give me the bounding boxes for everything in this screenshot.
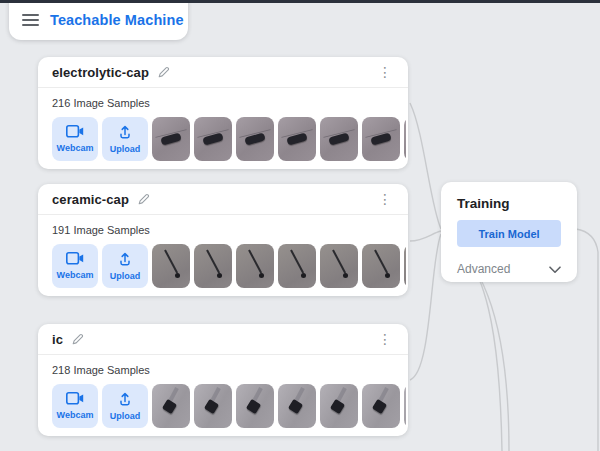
webcam-button-label: Webcam: [57, 270, 94, 280]
class-name-label: ic: [52, 332, 63, 347]
sample-thumbnail[interactable]: [152, 117, 190, 161]
training-panel-title: Training: [457, 196, 561, 211]
advanced-toggle[interactable]: Advanced: [457, 260, 561, 278]
sample-thumbnail[interactable]: [362, 244, 400, 288]
video-camera-icon: [66, 392, 84, 408]
webcam-button-label: Webcam: [57, 143, 94, 153]
pencil-edit-icon[interactable]: [157, 66, 170, 79]
video-camera-icon: [66, 252, 84, 268]
upload-button[interactable]: Upload: [102, 244, 148, 288]
sample-thumbnail-gallery[interactable]: [152, 117, 406, 161]
class-name-label: ceramic-cap: [52, 192, 129, 207]
sample-thumbnail[interactable]: [404, 384, 406, 428]
class-card-body: 216 Image Samples Webcam Upload: [38, 88, 408, 161]
kebab-menu-icon[interactable]: ⋮: [374, 190, 396, 208]
train-model-button[interactable]: Train Model: [457, 220, 561, 247]
pencil-edit-icon[interactable]: [71, 333, 84, 346]
sample-count-label: 216 Image Samples: [52, 97, 408, 109]
sample-count-label: 191 Image Samples: [52, 224, 408, 236]
app-title: Teachable Machine: [50, 12, 184, 28]
app-header: Teachable Machine: [9, 0, 188, 40]
video-camera-icon: [66, 125, 84, 141]
sample-thumbnail-gallery[interactable]: [152, 244, 406, 288]
sample-thumbnail[interactable]: [320, 384, 358, 428]
class-name-label: electrolytic-cap: [52, 65, 149, 80]
class-card-header: electrolytic-cap ⋮: [38, 57, 408, 88]
upload-button-label: Upload: [110, 411, 141, 421]
sample-thumbnail[interactable]: [362, 117, 400, 161]
sample-thumbnail[interactable]: [152, 244, 190, 288]
upload-arrow-icon: [118, 252, 132, 269]
sample-thumbnail[interactable]: [194, 244, 232, 288]
upload-arrow-icon: [118, 392, 132, 409]
sample-thumbnail-gallery[interactable]: [152, 384, 406, 428]
kebab-menu-icon[interactable]: ⋮: [374, 330, 396, 348]
webcam-button[interactable]: Webcam: [52, 244, 98, 288]
class-card-ceramic-cap: ceramic-cap ⋮ 191 Image Samples Webcam U…: [38, 184, 408, 296]
sample-thumbnail[interactable]: [404, 117, 406, 161]
chevron-down-icon: [549, 260, 561, 278]
upload-button-label: Upload: [110, 144, 141, 154]
upload-button[interactable]: Upload: [102, 117, 148, 161]
advanced-label: Advanced: [457, 262, 510, 276]
class-card-header: ic ⋮: [38, 324, 408, 355]
class-card-electrolytic-cap: electrolytic-cap ⋮ 216 Image Samples Web…: [38, 57, 408, 169]
upload-button[interactable]: Upload: [102, 384, 148, 428]
training-panel: Training Train Model Advanced: [441, 182, 577, 282]
sample-thumbnail[interactable]: [194, 384, 232, 428]
upload-arrow-icon: [118, 125, 132, 142]
pencil-edit-icon[interactable]: [137, 193, 150, 206]
webcam-button[interactable]: Webcam: [52, 117, 98, 161]
sample-count-label: 218 Image Samples: [52, 364, 408, 376]
webcam-button-label: Webcam: [57, 410, 94, 420]
hamburger-menu-icon[interactable]: [22, 14, 39, 26]
window-top-strip: [0, 0, 600, 3]
class-card-body: 218 Image Samples Webcam Upload: [38, 355, 408, 428]
webcam-button[interactable]: Webcam: [52, 384, 98, 428]
sample-thumbnail[interactable]: [236, 244, 274, 288]
sample-row: Webcam Upload: [52, 244, 406, 288]
kebab-menu-icon[interactable]: ⋮: [374, 63, 396, 81]
sample-thumbnail[interactable]: [278, 384, 316, 428]
sample-thumbnail[interactable]: [278, 244, 316, 288]
sample-thumbnail[interactable]: [194, 117, 232, 161]
sample-thumbnail[interactable]: [362, 384, 400, 428]
sample-row: Webcam Upload: [52, 384, 406, 428]
sample-thumbnail[interactable]: [236, 117, 274, 161]
class-card-header: ceramic-cap ⋮: [38, 184, 408, 215]
sample-thumbnail[interactable]: [278, 117, 316, 161]
class-card-body: 191 Image Samples Webcam Upload: [38, 215, 408, 288]
sample-thumbnail[interactable]: [320, 117, 358, 161]
class-card-ic: ic ⋮ 218 Image Samples Webcam Upload: [38, 324, 408, 436]
upload-button-label: Upload: [110, 271, 141, 281]
sample-thumbnail[interactable]: [320, 244, 358, 288]
sample-row: Webcam Upload: [52, 117, 406, 161]
sample-thumbnail[interactable]: [404, 244, 406, 288]
sample-thumbnail[interactable]: [236, 384, 274, 428]
sample-thumbnail[interactable]: [152, 384, 190, 428]
